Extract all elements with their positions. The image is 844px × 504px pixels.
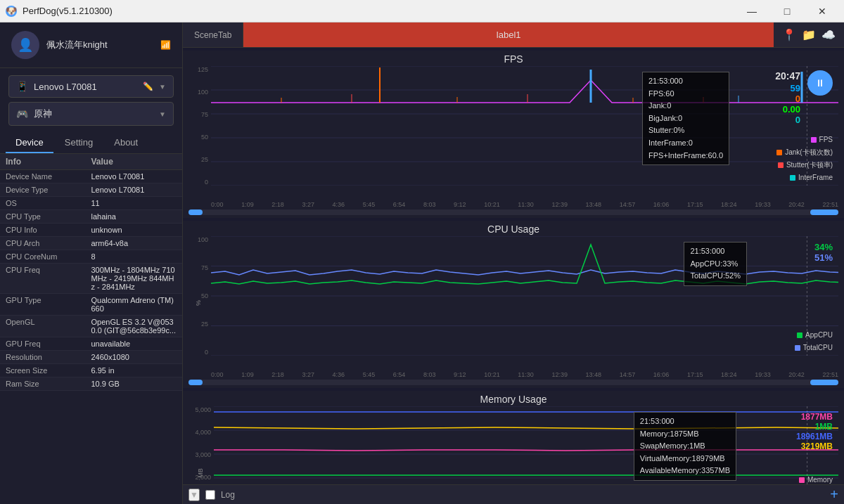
app-icon: 🐶 [6, 6, 17, 17]
memory-tooltip-time: 21:53:000 [640, 415, 730, 428]
info-row-key: CPU Type [6, 212, 91, 221]
memory-tooltip-swap: SwapMemory:1MB [640, 440, 730, 453]
memory-current-mem: 1877MB [796, 412, 833, 422]
close-button[interactable]: ✕ [806, 0, 838, 22]
add-button[interactable]: + [830, 486, 838, 503]
cpu-legend-total: TotalCPU [795, 342, 833, 354]
edit-icon[interactable]: ✏️ [143, 82, 153, 91]
info-row-key: OpenGL [6, 318, 91, 335]
memory-tooltip-memory: Memory:1875MB [640, 428, 730, 441]
fps-tooltip-jank: Jank:0 [648, 100, 723, 112]
info-row-val: Lenovo L70081 [91, 172, 177, 181]
cpu-scrollbar[interactable] [188, 380, 838, 385]
cpu-y-axis: 100 75 50 25 0 [188, 236, 211, 356]
memory-tooltip-virtual: VirtualMemory:18979MB [640, 453, 730, 465]
fps-scrollbar-thumb-left [188, 209, 203, 215]
fps-chart: FPS 125 100 75 50 25 0 [183, 51, 844, 218]
info-row-val: Lenovo L70081 [91, 186, 177, 194]
tab-device[interactable]: Device [6, 133, 53, 153]
avatar: 👤 [11, 31, 39, 59]
app-selector[interactable]: 🎮 原神 ▼ [8, 102, 174, 126]
time-display: 20:47 [775, 70, 800, 82]
scene-tab-label: SceneTab [194, 30, 231, 40]
location-icon[interactable]: 📍 [782, 28, 796, 41]
info-table-header: Info Value [0, 154, 182, 170]
folder-icon[interactable]: 📁 [802, 28, 816, 41]
cpu-scrollbar-thumb-left [188, 380, 203, 385]
fps-legend-interframe: InterFrame [776, 172, 833, 184]
cpu-chart-body: 100 75 50 25 0 % [188, 236, 838, 370]
memory-legend-mem: Memory [779, 474, 833, 484]
fps-scrollbar[interactable] [188, 209, 838, 215]
fps-legend-stutter: Stutter(卡顿率) [776, 159, 833, 172]
info-row-key: CPU Freq [6, 266, 91, 291]
fps-scrollbar-thumb [810, 209, 838, 215]
fps-tooltip-fps: FPS:60 [648, 88, 723, 101]
cloud-icon[interactable]: ☁️ [821, 28, 836, 41]
fps-legend: FPS Jank(卡顿次数) Stutter(卡顿率) InterFrame [776, 134, 833, 184]
info-row-key: CPU CoreNum [6, 252, 91, 261]
log-checkbox[interactable] [205, 490, 215, 500]
maximize-button[interactable]: □ [771, 0, 803, 22]
info-row: Resolution2460x1080 [0, 351, 182, 364]
fps-current-values: 59 0 0.00 0 [775, 83, 800, 125]
info-row: CPU Freq300MHz - 1804MHz 710MHz - 2419MH… [0, 264, 182, 294]
cpu-tooltip-totalcpu: TotalCPU:52% [690, 270, 741, 283]
bottom-arrow-button[interactable]: ▼ [188, 489, 200, 501]
user-header: 👤 佩水流年knight 📶 [0, 22, 182, 68]
fps-y-axis: 125 100 75 50 25 0 [188, 66, 211, 186]
info-row-key: OS [6, 199, 91, 207]
cpu-y-label: % [195, 300, 202, 306]
info-row-key: Device Name [6, 172, 91, 181]
info-row: CPU Typelahaina [0, 210, 182, 224]
scene-tab-bar: SceneTab label1 📍 📁 ☁️ [183, 22, 844, 48]
fps-tooltip-interframe: InterFrame:0 [648, 137, 723, 150]
username: 佩水流年knight [46, 39, 153, 51]
app-title: PerfDog(v5.1.210300) [23, 6, 113, 16]
info-row-key: Screen Size [6, 366, 91, 375]
scene-label1: label1 [243, 22, 774, 47]
minimize-button[interactable]: — [736, 0, 768, 22]
info-rows: Device NameLenovo L70081Device TypeLenov… [0, 170, 182, 391]
cpu-legend-app: AppCPU [795, 329, 833, 342]
app-label: 原神 [34, 108, 153, 120]
tab-bar: Device Setting About [0, 133, 182, 154]
info-row-key: CPU Arch [6, 239, 91, 247]
wifi-icon[interactable]: 📶 [160, 40, 171, 50]
fps-top-right: 20:47 ⏸ 59 0 0.00 0 [775, 70, 833, 125]
pause-button[interactable]: ⏸ [807, 70, 833, 96]
info-row: Ram Size10.9 GB [0, 377, 182, 391]
cpu-tooltip-time: 21:53:000 [690, 245, 741, 258]
tab-about[interactable]: About [104, 133, 148, 153]
fps-tooltip-time: 21:53:000 [648, 75, 723, 88]
info-row-key: Ram Size [6, 380, 91, 388]
fps-tooltip-stutter: Stutter:0% [648, 124, 723, 137]
tab-setting[interactable]: Setting [55, 133, 103, 153]
fps-chart-body: 125 100 75 50 25 0 [188, 66, 838, 200]
info-row-key: Device Type [6, 186, 91, 194]
memory-tooltip: 21:53:000 Memory:1875MB SwapMemory:1MB V… [634, 412, 736, 481]
info-row: OS11 [0, 197, 182, 210]
info-row-val: 300MHz - 1804MHz 710MHz - 2419MHz 844MHz… [91, 266, 177, 291]
info-row-val: arm64-v8a [91, 239, 177, 247]
info-row: GPU Frequnavailable [0, 337, 182, 351]
info-row: Device TypeLenovo L70081 [0, 183, 182, 197]
info-row: Screen Size6.95 in [0, 364, 182, 377]
fps-current-stutter: 0.00 [775, 104, 800, 115]
info-table: Info Value Device NameLenovo L70081Devic… [0, 154, 182, 504]
title-bar: 🐶 PerfDog(v5.1.210300) — □ ✕ [0, 0, 844, 22]
device-selector[interactable]: 📱 Lenovo L70081 ✏️ ▼ [8, 75, 174, 98]
scene-tab[interactable]: SceneTab [183, 22, 243, 47]
memory-chart: Memory Usage 5,000 4,000 3,000 2,000 1,0… [183, 391, 844, 484]
cpu-tooltip-appcpu: AppCPU:33% [690, 258, 741, 271]
info-row: GPU TypeQualcomm Adreno (TM) 660 [0, 294, 182, 316]
memory-tooltip-available: AvailableMemory:3357MB [640, 465, 730, 477]
cpu-tooltip: 21:53:000 AppCPU:33% TotalCPU:52% [684, 242, 747, 286]
info-row-key: GPU Type [6, 296, 91, 313]
info-row-val: 2460x1080 [91, 353, 177, 361]
memory-current-virtual: 18961MB [796, 432, 833, 441]
cpu-scrollbar-thumb [810, 380, 838, 385]
fps-chart-title: FPS [183, 51, 844, 66]
fps-current-jank: 0 [775, 93, 800, 104]
info-row-val: 11 [91, 199, 177, 207]
